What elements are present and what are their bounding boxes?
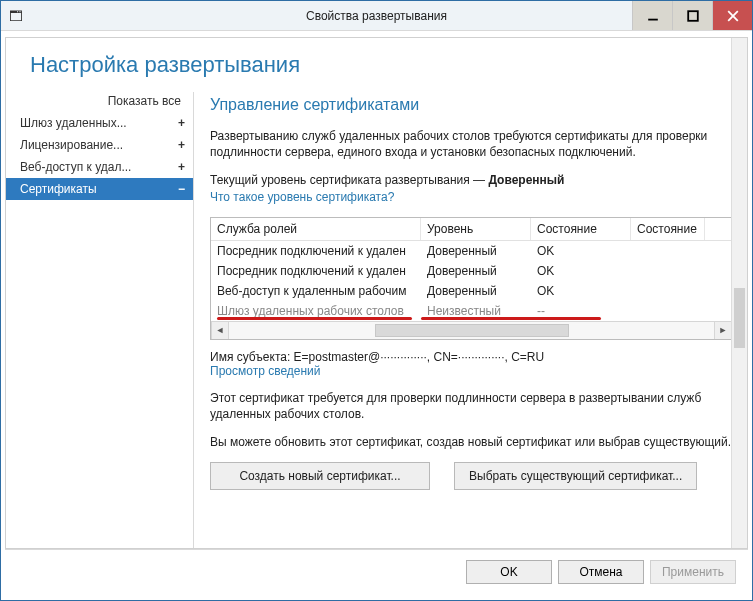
level-prefix: Текущий уровень сертификата развертывани… — [210, 173, 488, 187]
body-area: Настройка развертывания Показать все Шлю… — [1, 31, 752, 600]
page-title: Настройка развертывания — [30, 52, 747, 78]
sidebar-item-licensing[interactable]: Лицензирование... + — [6, 134, 193, 156]
content-pane: Управление сертификатами Развертыванию с… — [194, 92, 747, 548]
window-title: Свойства развертывания — [1, 9, 752, 23]
update-text: Вы можете обновить этот сертификат, созд… — [210, 434, 733, 450]
sidebar-item-label: Веб-доступ к удал... — [20, 160, 131, 174]
collapse-icon: − — [178, 182, 185, 196]
ok-button[interactable]: OK — [466, 560, 552, 584]
table-row[interactable]: Посредник подключений к удален Доверенны… — [211, 241, 732, 261]
vertical-scrollbar[interactable] — [731, 38, 747, 548]
apply-button[interactable]: Применить — [650, 560, 736, 584]
table-row[interactable]: Веб-доступ к удаленным рабочим Доверенны… — [211, 281, 732, 301]
show-all-link[interactable]: Показать все — [6, 92, 193, 112]
dialog-footer: OK Отмена Применить — [5, 549, 748, 594]
table-header: Служба ролей Уровень Состояние Состояние — [211, 218, 732, 241]
sidebar-item-webaccess[interactable]: Веб-доступ к удал... + — [6, 156, 193, 178]
create-cert-button[interactable]: Создать новый сертификат... — [210, 462, 430, 490]
subject-line: Имя субъекта: E=postmaster@·············… — [210, 350, 733, 378]
expand-icon: + — [178, 160, 185, 174]
cert-buttons: Создать новый сертификат... Выбрать суще… — [210, 462, 733, 490]
table-row[interactable]: Посредник подключений к удален Доверенны… — [211, 261, 732, 281]
titlebar: 🗔 Свойства развертывания — [1, 1, 752, 31]
deployment-properties-window: 🗔 Свойства развертывания Настройка разве… — [0, 0, 753, 601]
subject-value: E=postmaster@··············, CN=········… — [294, 350, 545, 364]
section-heading: Управление сертификатами — [210, 96, 733, 114]
sidebar-item-gateway[interactable]: Шлюз удаленных... + — [6, 112, 193, 134]
col-state1[interactable]: Состояние — [531, 218, 631, 240]
cert-level-line: Текущий уровень сертификата развертывани… — [210, 172, 733, 204]
cancel-button[interactable]: Отмена — [558, 560, 644, 584]
scroll-track[interactable] — [229, 322, 714, 339]
inner-panel: Настройка развертывания Показать все Шлю… — [5, 37, 748, 549]
select-existing-cert-button[interactable]: Выбрать существующий сертификат... — [454, 462, 697, 490]
sidebar-item-label: Лицензирование... — [20, 138, 123, 152]
scroll-right-icon[interactable]: ► — [714, 322, 732, 339]
level-value: Доверенный — [488, 173, 564, 187]
horizontal-scrollbar[interactable]: ◄ ► — [211, 321, 732, 339]
sidebar-item-label: Шлюз удаленных... — [20, 116, 127, 130]
need-text: Этот сертификат требуется для проверки п… — [210, 390, 733, 422]
sidebar-item-label: Сертификаты — [20, 182, 97, 196]
expand-icon: + — [178, 116, 185, 130]
level-help-link[interactable]: Что такое уровень сертификата? — [210, 190, 394, 204]
sidebar: Показать все Шлюз удаленных... + Лицензи… — [6, 92, 194, 548]
scroll-left-icon[interactable]: ◄ — [211, 322, 229, 339]
col-level[interactable]: Уровень — [421, 218, 531, 240]
col-state2[interactable]: Состояние — [631, 218, 705, 240]
subject-label: Имя субъекта: — [210, 350, 294, 364]
vscroll-thumb[interactable] — [734, 288, 745, 348]
sidebar-item-certificates[interactable]: Сертификаты − — [6, 178, 193, 200]
col-role[interactable]: Служба ролей — [211, 218, 421, 240]
subject-details-link[interactable]: Просмотр сведений — [210, 364, 321, 378]
intro-text: Развертыванию служб удаленных рабочих ст… — [210, 128, 733, 160]
expand-icon: + — [178, 138, 185, 152]
scroll-thumb[interactable] — [375, 324, 569, 337]
cert-table: Служба ролей Уровень Состояние Состояние… — [210, 217, 733, 340]
